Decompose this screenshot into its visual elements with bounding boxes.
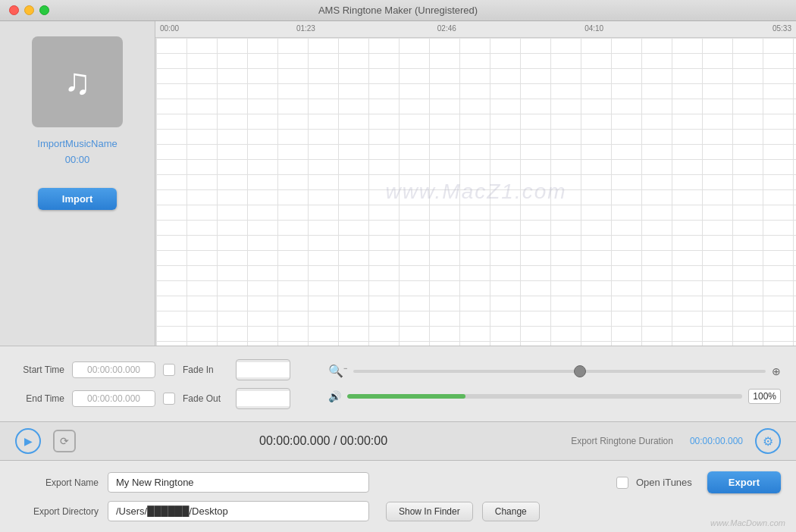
open-itunes-checkbox[interactable] — [616, 477, 628, 489]
playback-time: 00:00:00.000 / 00:00:00 — [88, 434, 559, 448]
zoom-in-icon[interactable]: ⊕ — [772, 365, 781, 377]
fade-out-checkbox[interactable] — [163, 393, 175, 405]
zoom-out-icon[interactable]: 🔍− — [328, 364, 347, 378]
export-dir-input[interactable] — [108, 501, 369, 521]
music-note-icon: ♫ — [64, 64, 91, 100]
settings-button[interactable]: ⚙ — [755, 428, 781, 454]
fade-out-field: ▲ ▼ — [236, 388, 290, 409]
timeline-grid[interactable]: www.MacZ1.com — [155, 38, 796, 346]
export-dir-label: Export Directory — [15, 506, 99, 517]
show-in-finder-button[interactable]: Show In Finder — [386, 502, 473, 521]
minimize-button[interactable] — [24, 5, 34, 15]
export-name-input[interactable] — [108, 472, 369, 493]
ruler-tick-2: 02:46 — [437, 24, 456, 33]
music-name: ImportMusicName — [37, 138, 117, 149]
sidebar: ♫ ImportMusicName 00:00 Import — [0, 21, 155, 346]
start-time-input[interactable] — [72, 361, 155, 378]
watermark: www.MacDown.com — [710, 518, 785, 527]
window-title: AMS Ringtone Maker (Unregistered) — [318, 5, 478, 16]
start-time-label: Start Time — [15, 365, 64, 375]
fade-in-field: ▲ ▼ — [236, 359, 290, 380]
end-time-label: End Time — [15, 393, 64, 404]
fade-in-input[interactable] — [237, 362, 290, 377]
controls-row: Start Time Fade In ▲ ▼ End Time Fade Out — [0, 346, 796, 421]
titlebar: AMS Ringtone Maker (Unregistered) — [0, 0, 796, 21]
timeline-ruler: 00:00 01:23 02:46 04:10 05:33 — [155, 21, 796, 38]
ruler-marks: 00:00 01:23 02:46 04:10 05:33 — [155, 21, 796, 37]
export-name-label: Export Name — [15, 477, 99, 488]
controls-right: 🔍− ⊕ 🔊 100% — [306, 364, 781, 404]
playback-bar: ▶ ⟳ 00:00:00.000 / 00:00:00 Export Ringt… — [0, 421, 796, 461]
volume-row: 🔊 100% — [328, 389, 781, 404]
play-button[interactable]: ▶ — [15, 428, 41, 454]
loop-button[interactable]: ⟳ — [53, 430, 76, 452]
fade-out-label: Fade Out — [183, 393, 228, 404]
zoom-row: 🔍− ⊕ — [328, 364, 781, 378]
export-name-right: Open iTunes Export — [616, 471, 781, 493]
main-container: ♫ ImportMusicName 00:00 Import 00:00 01:… — [0, 21, 796, 532]
export-duration-label: Export Ringtone Duration — [571, 436, 673, 446]
total-time: 00:00:00 — [340, 434, 387, 447]
export-section: Export Name Open iTunes Export Export Di… — [0, 461, 796, 532]
controls-left: Start Time Fade In ▲ ▼ End Time Fade Out — [15, 359, 290, 409]
watermark-top: www.MacZ1.com — [385, 180, 566, 204]
music-time: 00:00 — [65, 154, 90, 165]
export-name-row: Export Name Open iTunes Export — [15, 471, 781, 493]
ruler-tick-1: 01:23 — [296, 24, 315, 33]
timeline-area: 00:00 01:23 02:46 04:10 05:33 www.MacZ1.… — [155, 21, 796, 346]
top-section: ♫ ImportMusicName 00:00 Import 00:00 01:… — [0, 21, 796, 346]
fade-out-input[interactable] — [237, 391, 290, 406]
current-time: 00:00:00.000 — [259, 434, 330, 447]
zoom-slider[interactable] — [353, 370, 766, 373]
volume-icon: 🔊 — [328, 390, 341, 402]
export-dir-row: Export Directory Show In Finder Change — [15, 501, 781, 521]
volume-bar-fill — [347, 394, 465, 399]
fade-in-label: Fade In — [183, 365, 228, 375]
volume-percent: 100% — [748, 389, 781, 404]
end-time-input[interactable] — [72, 390, 155, 407]
open-itunes-label: Open iTunes — [636, 477, 692, 488]
close-button[interactable] — [9, 5, 19, 15]
volume-bar — [347, 394, 742, 399]
window-controls — [9, 5, 49, 15]
export-duration-time: 00:00:00.000 — [690, 436, 743, 446]
ruler-tick-0: 00:00 — [160, 24, 179, 33]
change-button[interactable]: Change — [482, 502, 540, 521]
time-separator: / — [334, 434, 340, 447]
album-art: ♫ — [32, 36, 123, 127]
start-time-row: Start Time Fade In ▲ ▼ — [15, 359, 290, 380]
ruler-tick-4: 05:33 — [772, 24, 791, 33]
maximize-button[interactable] — [39, 5, 49, 15]
ruler-tick-3: 04:10 — [584, 24, 603, 33]
import-button[interactable]: Import — [38, 188, 117, 210]
fade-in-checkbox[interactable] — [163, 364, 175, 376]
end-time-row: End Time Fade Out ▲ ▼ — [15, 388, 290, 409]
export-button[interactable]: Export — [707, 471, 781, 493]
